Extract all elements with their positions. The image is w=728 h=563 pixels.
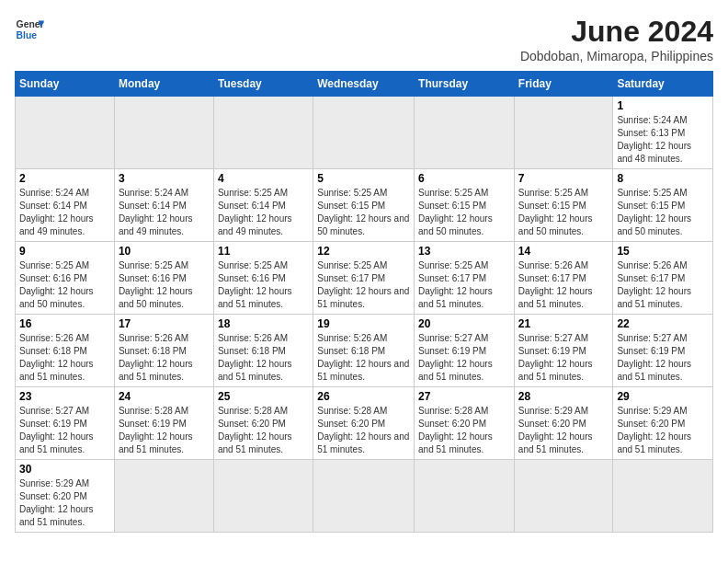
day-info: Sunrise: 5:25 AM Sunset: 6:16 PM Dayligh… — [218, 259, 309, 311]
calendar-cell: 5Sunrise: 5:25 AM Sunset: 6:15 PM Daylig… — [313, 169, 415, 242]
calendar-cell — [16, 97, 115, 169]
calendar-cell — [514, 460, 613, 533]
calendar-cell: 2Sunrise: 5:24 AM Sunset: 6:14 PM Daylig… — [16, 169, 115, 242]
day-number: 4 — [218, 172, 309, 185]
day-info: Sunrise: 5:24 AM Sunset: 6:14 PM Dayligh… — [19, 187, 110, 238]
calendar-cell — [313, 460, 415, 533]
day-info: Sunrise: 5:24 AM Sunset: 6:13 PM Dayligh… — [617, 114, 709, 166]
calendar-week-1: 1Sunrise: 5:24 AM Sunset: 6:13 PM Daylig… — [16, 97, 713, 169]
calendar-cell: 14Sunrise: 5:26 AM Sunset: 6:17 PM Dayli… — [514, 242, 613, 315]
day-info: Sunrise: 5:25 AM Sunset: 6:17 PM Dayligh… — [418, 259, 510, 311]
calendar-cell: 4Sunrise: 5:25 AM Sunset: 6:14 PM Daylig… — [213, 169, 313, 242]
day-number: 12 — [317, 245, 410, 258]
day-info: Sunrise: 5:25 AM Sunset: 6:16 PM Dayligh… — [19, 259, 110, 311]
calendar-cell: 20Sunrise: 5:27 AM Sunset: 6:19 PM Dayli… — [415, 315, 515, 387]
day-info: Sunrise: 5:26 AM Sunset: 6:17 PM Dayligh… — [617, 259, 709, 311]
svg-text:Blue: Blue — [17, 30, 38, 40]
calendar-cell: 7Sunrise: 5:25 AM Sunset: 6:15 PM Daylig… — [514, 169, 613, 242]
day-info: Sunrise: 5:25 AM Sunset: 6:14 PM Dayligh… — [218, 187, 309, 238]
day-info: Sunrise: 5:29 AM Sunset: 6:20 PM Dayligh… — [19, 477, 110, 529]
day-number: 22 — [617, 317, 709, 330]
day-info: Sunrise: 5:25 AM Sunset: 6:16 PM Dayligh… — [119, 259, 210, 311]
column-header-sunday: Sunday — [16, 72, 115, 97]
day-number: 23 — [19, 390, 110, 403]
day-info: Sunrise: 5:24 AM Sunset: 6:14 PM Dayligh… — [119, 187, 210, 238]
day-info: Sunrise: 5:25 AM Sunset: 6:15 PM Dayligh… — [317, 187, 410, 238]
calendar-cell: 24Sunrise: 5:28 AM Sunset: 6:19 PM Dayli… — [114, 387, 213, 460]
calendar-cell: 15Sunrise: 5:26 AM Sunset: 6:17 PM Dayli… — [613, 242, 713, 315]
day-number: 6 — [418, 172, 510, 185]
calendar-cell: 13Sunrise: 5:25 AM Sunset: 6:17 PM Dayli… — [415, 242, 515, 315]
day-info: Sunrise: 5:28 AM Sunset: 6:20 PM Dayligh… — [418, 405, 510, 456]
calendar-cell: 18Sunrise: 5:26 AM Sunset: 6:18 PM Dayli… — [213, 315, 313, 387]
day-number: 5 — [317, 172, 410, 185]
day-info: Sunrise: 5:29 AM Sunset: 6:20 PM Dayligh… — [617, 405, 709, 456]
day-number: 8 — [617, 172, 709, 185]
day-number: 10 — [119, 245, 210, 258]
calendar-cell: 17Sunrise: 5:26 AM Sunset: 6:18 PM Dayli… — [114, 315, 213, 387]
calendar-week-6: 30Sunrise: 5:29 AM Sunset: 6:20 PM Dayli… — [16, 460, 713, 533]
calendar-title: June 2024 — [520, 15, 713, 49]
day-info: Sunrise: 5:26 AM Sunset: 6:18 PM Dayligh… — [218, 332, 309, 384]
day-number: 24 — [119, 390, 210, 403]
calendar-cell: 10Sunrise: 5:25 AM Sunset: 6:16 PM Dayli… — [114, 242, 213, 315]
day-number: 9 — [19, 245, 110, 258]
day-number: 19 — [317, 317, 410, 330]
day-info: Sunrise: 5:26 AM Sunset: 6:18 PM Dayligh… — [317, 332, 410, 384]
column-header-tuesday: Tuesday — [213, 72, 313, 97]
calendar-week-5: 23Sunrise: 5:27 AM Sunset: 6:19 PM Dayli… — [16, 387, 713, 460]
logo: General Blue — [15, 15, 44, 44]
calendar-cell: 30Sunrise: 5:29 AM Sunset: 6:20 PM Dayli… — [16, 460, 115, 533]
logo-icon: General Blue — [15, 15, 44, 44]
calendar-cell: 28Sunrise: 5:29 AM Sunset: 6:20 PM Dayli… — [514, 387, 613, 460]
day-number: 17 — [119, 317, 210, 330]
calendar-cell — [213, 97, 313, 169]
calendar-cell — [213, 460, 313, 533]
day-number: 16 — [19, 317, 110, 330]
calendar-week-4: 16Sunrise: 5:26 AM Sunset: 6:18 PM Dayli… — [16, 315, 713, 387]
calendar-cell: 27Sunrise: 5:28 AM Sunset: 6:20 PM Dayli… — [415, 387, 515, 460]
calendar-cell: 23Sunrise: 5:27 AM Sunset: 6:19 PM Dayli… — [16, 387, 115, 460]
calendar-table: SundayMondayTuesdayWednesdayThursdayFrid… — [15, 71, 713, 533]
day-number: 13 — [418, 245, 510, 258]
page-header: General Blue June 2024 Dobdoban, Mimarop… — [15, 15, 713, 63]
day-number: 30 — [19, 463, 110, 476]
calendar-header-row: SundayMondayTuesdayWednesdayThursdayFrid… — [16, 72, 713, 97]
day-number: 14 — [518, 245, 609, 258]
calendar-subtitle: Dobdoban, Mimaropa, Philippines — [520, 49, 713, 63]
calendar-cell: 21Sunrise: 5:27 AM Sunset: 6:19 PM Dayli… — [514, 315, 613, 387]
calendar-cell: 22Sunrise: 5:27 AM Sunset: 6:19 PM Dayli… — [613, 315, 713, 387]
calendar-cell: 3Sunrise: 5:24 AM Sunset: 6:14 PM Daylig… — [114, 169, 213, 242]
day-number: 7 — [518, 172, 609, 185]
day-number: 25 — [218, 390, 309, 403]
day-number: 20 — [418, 317, 510, 330]
calendar-cell: 19Sunrise: 5:26 AM Sunset: 6:18 PM Dayli… — [313, 315, 415, 387]
calendar-cell: 12Sunrise: 5:25 AM Sunset: 6:17 PM Dayli… — [313, 242, 415, 315]
calendar-cell: 1Sunrise: 5:24 AM Sunset: 6:13 PM Daylig… — [613, 97, 713, 169]
day-info: Sunrise: 5:27 AM Sunset: 6:19 PM Dayligh… — [617, 332, 709, 384]
calendar-cell: 26Sunrise: 5:28 AM Sunset: 6:20 PM Dayli… — [313, 387, 415, 460]
day-info: Sunrise: 5:25 AM Sunset: 6:15 PM Dayligh… — [617, 187, 709, 238]
calendar-cell: 11Sunrise: 5:25 AM Sunset: 6:16 PM Dayli… — [213, 242, 313, 315]
day-info: Sunrise: 5:28 AM Sunset: 6:20 PM Dayligh… — [218, 405, 309, 456]
calendar-week-3: 9Sunrise: 5:25 AM Sunset: 6:16 PM Daylig… — [16, 242, 713, 315]
day-number: 29 — [617, 390, 709, 403]
day-info: Sunrise: 5:27 AM Sunset: 6:19 PM Dayligh… — [19, 405, 110, 456]
day-number: 28 — [518, 390, 609, 403]
day-info: Sunrise: 5:28 AM Sunset: 6:20 PM Dayligh… — [317, 405, 410, 456]
day-number: 15 — [617, 245, 709, 258]
calendar-cell — [114, 97, 213, 169]
day-number: 2 — [19, 172, 110, 185]
column-header-wednesday: Wednesday — [313, 72, 415, 97]
title-block: June 2024 Dobdoban, Mimaropa, Philippine… — [520, 15, 713, 63]
day-info: Sunrise: 5:27 AM Sunset: 6:19 PM Dayligh… — [518, 332, 609, 384]
calendar-cell — [415, 97, 515, 169]
day-number: 11 — [218, 245, 309, 258]
day-number: 1 — [617, 99, 709, 112]
day-info: Sunrise: 5:29 AM Sunset: 6:20 PM Dayligh… — [518, 405, 609, 456]
calendar-cell: 25Sunrise: 5:28 AM Sunset: 6:20 PM Dayli… — [213, 387, 313, 460]
calendar-body: 1Sunrise: 5:24 AM Sunset: 6:13 PM Daylig… — [16, 97, 713, 533]
day-info: Sunrise: 5:26 AM Sunset: 6:17 PM Dayligh… — [518, 259, 609, 311]
calendar-cell — [114, 460, 213, 533]
day-number: 27 — [418, 390, 510, 403]
